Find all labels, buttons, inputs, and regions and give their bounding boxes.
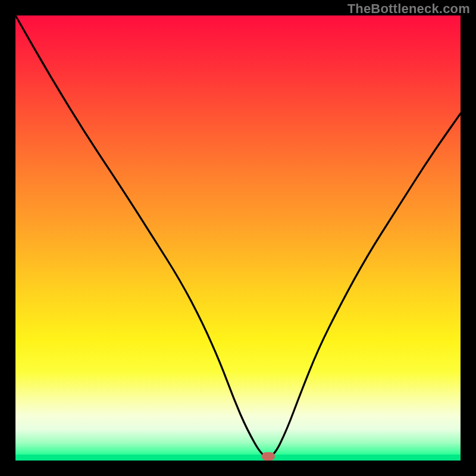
chart-frame: TheBottleneck.com <box>0 0 476 476</box>
watermark-text: TheBottleneck.com <box>347 1 470 17</box>
plot-area <box>15 15 461 461</box>
bottleneck-curve-path <box>15 15 461 457</box>
bottleneck-marker <box>262 452 275 461</box>
curve-svg <box>15 15 461 461</box>
